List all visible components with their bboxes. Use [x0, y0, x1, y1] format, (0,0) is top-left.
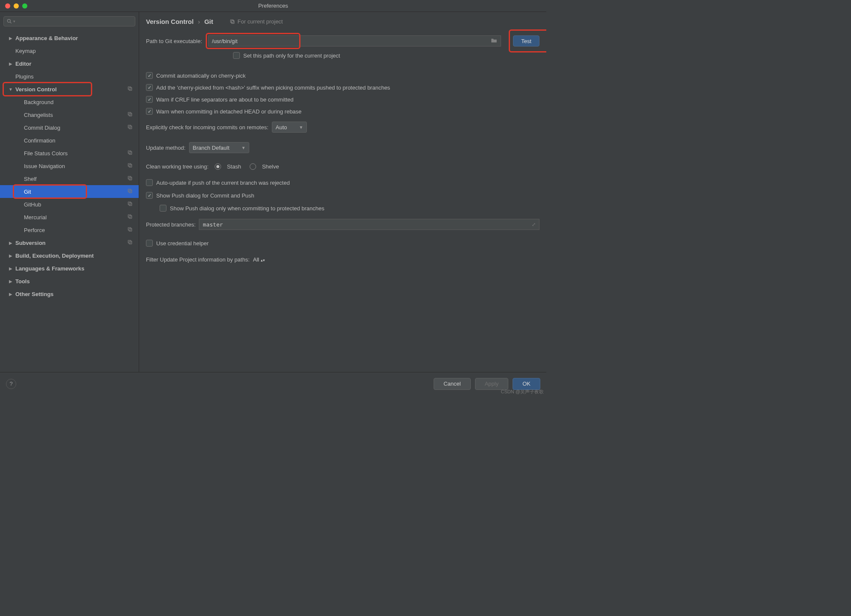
breadcrumb: Version Control › Git For current projec… [146, 18, 539, 25]
sidebar-item-label: Subversion [15, 240, 46, 246]
sidebar-item-changelists[interactable]: Changelists [0, 108, 139, 121]
protected-branches-label: Protected branches: [146, 221, 195, 228]
chevron-down-icon: ▼ [8, 87, 14, 92]
cancel-button[interactable]: Cancel [434, 378, 470, 390]
titlebar: Preferences [0, 0, 546, 12]
sidebar-item-label: Version Control [15, 86, 57, 93]
sidebar-item-label: Plugins [15, 73, 34, 80]
sidebar-item-appearance-behavior[interactable]: ▶Appearance & Behavior [0, 32, 139, 44]
svg-rect-23 [128, 240, 131, 243]
project-scope-icon [127, 124, 133, 131]
sidebar-item-label: Commit Dialog [24, 125, 60, 131]
sidebar-item-label: Other Settings [15, 291, 54, 297]
show-push-protected-checkbox[interactable]: Show Push dialog only when committing to… [160, 205, 324, 212]
zoom-window-button[interactable] [22, 3, 27, 9]
sidebar-item-keymap[interactable]: Keymap [0, 44, 139, 57]
sidebar-item-languages-frameworks[interactable]: ▶Languages & Frameworks [0, 262, 139, 275]
set-path-project-checkbox[interactable]: Set this path only for the current proje… [233, 52, 340, 59]
breadcrumb-vc[interactable]: Version Control [146, 18, 194, 25]
svg-rect-18 [129, 215, 132, 218]
project-scope-icon [127, 227, 133, 233]
sidebar-item-label: Perforce [24, 227, 45, 233]
help-button[interactable]: ? [6, 379, 16, 389]
chevron-down-icon: ▼ [299, 125, 303, 130]
close-window-button[interactable] [5, 3, 10, 9]
sidebar-item-label: Shelf [24, 176, 37, 182]
chevron-right-icon: ▶ [8, 241, 14, 245]
sidebar-item-perforce[interactable]: Perforce [0, 224, 139, 236]
dialog-footer: ? Cancel Apply OK [0, 372, 546, 395]
sidebar-item-git[interactable]: Git [0, 185, 139, 198]
show-push-dialog-checkbox[interactable]: Show Push dialog for Commit and Push [146, 192, 254, 199]
sidebar-item-label: Mercurial [24, 214, 47, 221]
svg-rect-21 [128, 227, 131, 230]
sidebar-item-file-status-colors[interactable]: File Status Colors [0, 147, 139, 160]
sidebar-item-label: Git [24, 189, 31, 195]
project-scope-icon [127, 188, 133, 195]
svg-rect-6 [129, 126, 132, 129]
svg-line-1 [10, 22, 12, 23]
chevron-right-icon: ▶ [8, 36, 14, 41]
sidebar-item-other-settings[interactable]: ▶Other Settings [0, 288, 139, 300]
scope-indicator: For current project [230, 18, 283, 25]
chevron-right-icon: ▶ [8, 266, 14, 271]
sidebar-item-github[interactable]: GitHub [0, 198, 139, 211]
sidebar-item-shelf[interactable]: Shelf [0, 172, 139, 185]
sidebar-item-plugins[interactable]: Plugins [0, 70, 139, 83]
sidebar-item-label: Keymap [15, 48, 36, 54]
cherry-pick-auto-checkbox[interactable]: Commit automatically on cherry-pick [146, 72, 246, 79]
sidebar-item-editor[interactable]: ▶Editor [0, 57, 139, 70]
credential-helper-checkbox[interactable]: Use credential helper [146, 240, 209, 247]
clean-shelve-radio[interactable]: Shelve [250, 163, 279, 170]
search-input[interactable]: ▾ [3, 16, 135, 26]
sidebar-item-label: GitHub [24, 201, 41, 208]
svg-rect-24 [231, 20, 234, 23]
clean-tree-label: Clean working tree using: [146, 163, 209, 170]
sidebar: ▾ ▶Appearance & BehaviorKeymap▶EditorPlu… [0, 12, 139, 372]
minimize-window-button[interactable] [14, 3, 19, 9]
svg-rect-15 [128, 189, 131, 192]
git-path-input[interactable]: /usr/bin/git [208, 35, 501, 46]
expand-icon[interactable]: ⤢ [532, 222, 536, 227]
filter-update-value[interactable]: All ▴▾ [253, 256, 265, 263]
sidebar-item-confirmation[interactable]: Confirmation [0, 134, 139, 147]
update-method-label: Update method: [146, 145, 186, 151]
apply-button[interactable]: Apply [475, 378, 509, 390]
sidebar-item-subversion[interactable]: ▶Subversion [0, 236, 139, 249]
auto-update-push-checkbox[interactable]: Auto-update if push of the current branc… [146, 179, 290, 186]
update-method-select[interactable]: Branch Default▼ [189, 142, 250, 153]
sidebar-item-commit-dialog[interactable]: Commit Dialog [0, 121, 139, 134]
project-scope-icon [127, 239, 133, 246]
test-button[interactable]: Test [513, 35, 539, 46]
sidebar-item-mercurial[interactable]: Mercurial [0, 211, 139, 224]
cherry-pick-suffix-checkbox[interactable]: Add the 'cherry-picked from <hash>' suff… [146, 84, 390, 91]
explicit-check-select[interactable]: Auto▼ [272, 122, 307, 133]
project-scope-icon [127, 175, 133, 182]
sidebar-item-label: Editor [15, 61, 32, 67]
crlf-warn-checkbox[interactable]: Warn if CRLF line separators are about t… [146, 96, 294, 103]
sidebar-item-version-control[interactable]: ▼Version Control [0, 83, 139, 96]
protected-branches-input[interactable]: master ⤢ [199, 219, 539, 230]
clean-stash-radio[interactable]: Stash [215, 163, 241, 170]
sidebar-item-label: Confirmation [24, 137, 55, 144]
explicit-check-label: Explicitly check for incoming commits on… [146, 124, 268, 131]
folder-icon[interactable] [491, 38, 497, 44]
sidebar-item-label: Appearance & Behavior [15, 35, 78, 41]
svg-point-0 [7, 19, 10, 22]
project-scope-icon [127, 111, 133, 118]
settings-panel: Version Control › Git For current projec… [139, 12, 546, 372]
sidebar-item-label: File Status Colors [24, 150, 68, 157]
sidebar-item-issue-navigation[interactable]: Issue Navigation [0, 160, 139, 172]
svg-rect-16 [129, 203, 132, 206]
sidebar-item-build-execution-deployment[interactable]: ▶Build, Execution, Deployment [0, 249, 139, 262]
chevron-right-icon: ▶ [8, 61, 14, 66]
ok-button[interactable]: OK [513, 378, 540, 390]
project-scope-icon [127, 201, 133, 208]
sidebar-item-label: Languages & Frameworks [15, 265, 85, 272]
sidebar-item-background[interactable]: Background [0, 96, 139, 108]
breadcrumb-git: Git [204, 18, 213, 25]
detached-head-warn-checkbox[interactable]: Warn when committing in detached HEAD or… [146, 108, 302, 115]
svg-rect-8 [129, 151, 132, 154]
path-label: Path to Git executable: [146, 38, 202, 44]
sidebar-item-tools[interactable]: ▶Tools [0, 275, 139, 288]
